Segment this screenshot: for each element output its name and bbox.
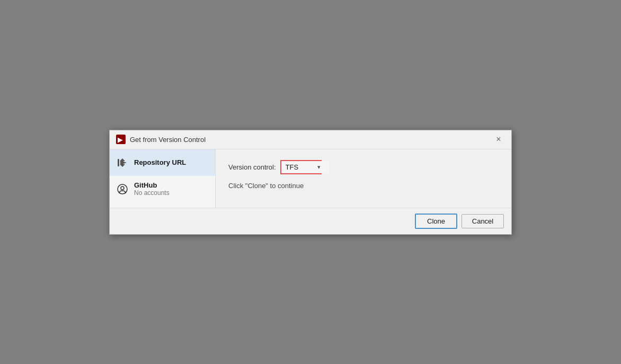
app-icon: ▶ [116, 135, 126, 144]
svg-text:▶: ▶ [118, 137, 123, 143]
github-icon [116, 183, 129, 196]
version-control-row: Version control: TFS Git Mercurial ▾ [228, 160, 499, 174]
github-content: GitHub No accounts [134, 181, 170, 197]
version-control-select[interactable]: TFS Git Mercurial [281, 161, 329, 173]
sidebar-item-repository-url[interactable]: Repository URL [110, 149, 215, 176]
svg-point-4 [121, 187, 124, 190]
hint-row: Click "Clone" to continue [228, 182, 499, 190]
dialog-title: Get from Version Control [130, 136, 492, 144]
main-panel: Version control: TFS Git Mercurial ▾ Cli… [216, 149, 511, 208]
sidebar-item-github[interactable]: GitHub No accounts [110, 176, 215, 202]
hint-text: Click "Clone" to continue [228, 182, 304, 190]
sidebar-item-sublabel-github: No accounts [134, 189, 170, 197]
close-button[interactable]: × [492, 133, 505, 146]
version-control-select-wrapper[interactable]: TFS Git Mercurial ▾ [280, 160, 322, 174]
dialog-footer: Clone Cancel [110, 208, 511, 234]
repo-url-icon [116, 156, 129, 169]
version-control-label: Version control: [228, 163, 276, 171]
title-bar: ▶ Get from Version Control × [110, 130, 511, 149]
dialog-body: Repository URL GitHub No accounts [110, 149, 511, 208]
sidebar: Repository URL GitHub No accounts [110, 149, 216, 208]
app-logo: ▶ [116, 135, 126, 144]
sidebar-item-label-repo-url: Repository URL [134, 158, 186, 166]
sidebar-item-label-github: GitHub [134, 181, 170, 189]
repo-url-content: Repository URL [134, 158, 186, 166]
get-from-version-control-dialog: ▶ Get from Version Control × Repository [109, 130, 512, 235]
clone-button[interactable]: Clone [415, 214, 457, 229]
cancel-button[interactable]: Cancel [462, 214, 504, 228]
svg-rect-2 [118, 159, 119, 166]
